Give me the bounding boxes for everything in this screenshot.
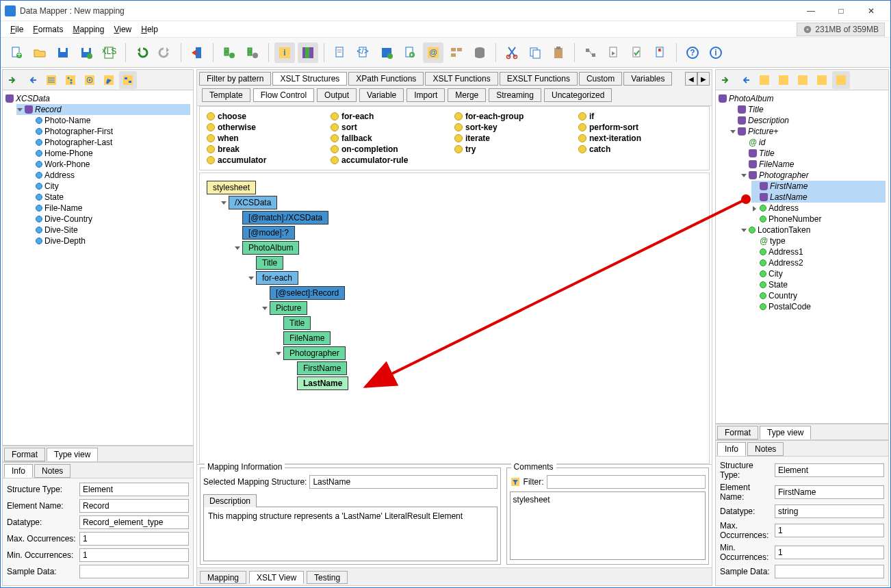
- undo-button[interactable]: [131, 42, 152, 63]
- toggle-icon[interactable]: [740, 227, 747, 233]
- function-item[interactable]: choose: [207, 111, 331, 122]
- close-button[interactable]: ✕: [856, 1, 886, 21]
- tab-custom[interactable]: Custom: [579, 72, 622, 86]
- tree-node[interactable]: City: [27, 181, 190, 192]
- structure-type-field[interactable]: [79, 483, 189, 496]
- preview-button[interactable]: [794, 71, 812, 89]
- tab-variables[interactable]: Variables: [623, 72, 672, 86]
- tab-mapping[interactable]: Mapping: [200, 571, 246, 584]
- expand-all-button[interactable]: [717, 71, 735, 89]
- tree-node-photographer[interactable]: Photographer: [740, 170, 886, 181]
- tree-node-record[interactable]: Record: [16, 104, 190, 115]
- tab-xslt-functions[interactable]: XSLT Functions: [425, 72, 498, 86]
- function-item[interactable]: if: [578, 111, 702, 122]
- function-item[interactable]: catch: [578, 144, 702, 155]
- collapse-all-button[interactable]: [736, 71, 754, 89]
- save-doc-button[interactable]: [376, 42, 397, 63]
- map-node-match[interactable]: [@match]:/XCSData: [242, 211, 328, 225]
- subtab-streaming[interactable]: Streaming: [489, 88, 541, 102]
- about-button[interactable]: i: [706, 42, 726, 63]
- tree-node[interactable]: FileName: [740, 159, 886, 170]
- tab-exslt-functions[interactable]: EXSLT Functions: [500, 72, 578, 86]
- function-item[interactable]: sort-key: [454, 122, 578, 133]
- datatype-field[interactable]: [79, 515, 189, 529]
- map-node-firstname[interactable]: FirstName: [297, 361, 347, 375]
- comments-body[interactable]: stylesheet: [510, 491, 706, 560]
- tree-node[interactable]: @id: [740, 137, 886, 148]
- tree-button[interactable]: [62, 71, 79, 89]
- database-button[interactable]: [469, 42, 490, 63]
- tree-node[interactable]: Address1: [751, 246, 886, 257]
- function-item[interactable]: sort: [331, 122, 454, 133]
- flag-button[interactable]: [650, 42, 671, 63]
- tree-node-location[interactable]: LocationTaken: [740, 225, 886, 235]
- function-item[interactable]: for-each-group: [454, 111, 578, 122]
- function-item[interactable]: accumulator-rule: [331, 155, 454, 166]
- validate-button[interactable]: [627, 42, 647, 63]
- map-node-filename[interactable]: FileName: [283, 331, 331, 345]
- function-item[interactable]: break: [207, 144, 331, 155]
- expand-all-button[interactable]: [4, 71, 22, 89]
- function-item[interactable]: otherwise: [207, 122, 331, 133]
- toggle-icon[interactable]: [16, 106, 23, 113]
- find-doc-button[interactable]: [400, 42, 420, 63]
- list-button[interactable]: [42, 71, 60, 89]
- sample-data-field[interactable]: [775, 565, 884, 578]
- toggle-icon[interactable]: [261, 305, 268, 311]
- tree-button[interactable]: [775, 71, 792, 89]
- tree-node[interactable]: File-Name: [27, 203, 190, 214]
- tab-xpath-functions[interactable]: XPath Functions: [348, 72, 424, 86]
- tab-notes[interactable]: Notes: [34, 464, 70, 478]
- new-doc-button[interactable]: [330, 42, 350, 63]
- toggle-icon[interactable]: [729, 128, 736, 135]
- max-occur-field[interactable]: [79, 532, 189, 546]
- tree-node[interactable]: Photographer-Last: [27, 137, 190, 148]
- tree-node[interactable]: Photographer-First: [27, 126, 190, 137]
- filter-by-pattern-button[interactable]: Filter by pattern: [199, 72, 271, 86]
- subtab-merge[interactable]: Merge: [448, 88, 486, 102]
- map-node-lastname[interactable]: LastName: [297, 376, 348, 390]
- toggle-icon[interactable]: [275, 350, 282, 357]
- tree-node[interactable]: Address: [751, 203, 886, 214]
- function-item[interactable]: when: [207, 133, 331, 144]
- subtab-template[interactable]: Template: [202, 88, 250, 102]
- function-item[interactable]: for-each: [331, 111, 454, 122]
- link-view-button[interactable]: [119, 71, 137, 89]
- attribute-button[interactable]: @: [423, 42, 443, 63]
- subtab-variable[interactable]: Variable: [359, 88, 404, 102]
- tab-description[interactable]: Description: [203, 494, 257, 507]
- redo-button[interactable]: [155, 42, 175, 63]
- toggle-icon[interactable]: [751, 205, 758, 212]
- tree-node[interactable]: Address2: [751, 257, 886, 268]
- tab-xslt-view[interactable]: XSLT View: [249, 571, 304, 584]
- function-item[interactable]: perform-sort: [578, 122, 702, 133]
- map-node-ptitle[interactable]: Title: [283, 316, 311, 330]
- tree-node[interactable]: Photo-Name: [27, 115, 190, 126]
- save-as-button[interactable]: [76, 42, 96, 63]
- help-button[interactable]: ?: [682, 42, 703, 63]
- menu-file[interactable]: File: [6, 23, 27, 36]
- info-panel-button[interactable]: i: [274, 42, 295, 63]
- tree-node[interactable]: Title: [740, 148, 886, 159]
- map-node-title[interactable]: Title: [256, 256, 283, 270]
- target-panel-button[interactable]: [298, 42, 318, 63]
- tree-node[interactable]: Home-Phone: [27, 148, 190, 159]
- tree-node[interactable]: Country: [751, 290, 886, 301]
- tree-node-root[interactable]: XCSData: [5, 93, 190, 104]
- tree-node-root[interactable]: PhotoAlbum: [719, 93, 886, 104]
- tree-node[interactable]: State: [751, 279, 886, 290]
- copy-button[interactable]: [525, 42, 545, 63]
- tree-node-lastname[interactable]: LastName: [751, 192, 886, 203]
- tree-node[interactable]: State: [27, 192, 190, 203]
- min-occur-field[interactable]: [775, 546, 884, 559]
- tree-node-picture[interactable]: Picture+: [729, 126, 886, 137]
- target-tree[interactable]: PhotoAlbum Title Description Picture+ @i…: [716, 90, 888, 424]
- function-item[interactable]: next-iteration: [578, 133, 702, 144]
- subtab-uncategorized[interactable]: Uncategorized: [544, 88, 612, 102]
- menu-mapping[interactable]: Mapping: [68, 23, 108, 36]
- exit-button[interactable]: [187, 42, 207, 63]
- edit-button[interactable]: [813, 71, 831, 89]
- tab-info[interactable]: Info: [4, 464, 33, 478]
- tab-format[interactable]: Format: [717, 426, 758, 439]
- maximize-button[interactable]: □: [826, 1, 856, 21]
